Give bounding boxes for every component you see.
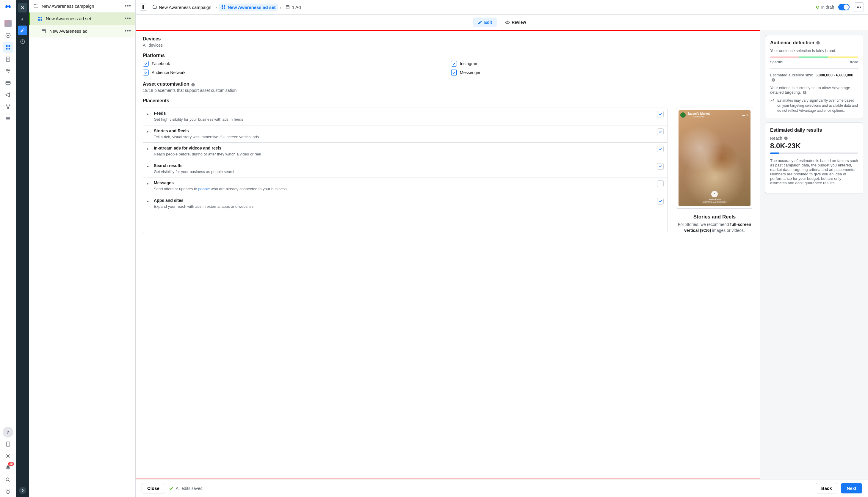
structure-tree: New Awareness campaign ••• New Awareness… <box>29 0 136 497</box>
up-arrow-icon: ^ <box>711 191 718 197</box>
review-mode-button[interactable]: Review <box>500 17 531 27</box>
nav-campaigns-icon[interactable] <box>3 42 13 53</box>
info-icon[interactable]: i <box>771 78 775 82</box>
info-icon[interactable]: i <box>802 90 807 95</box>
check-icon <box>169 486 174 491</box>
next-button[interactable]: Next <box>841 483 862 494</box>
placement-toggle[interactable] <box>657 146 664 152</box>
nav-notifications-icon[interactable]: 10 <box>3 463 13 473</box>
placement-stories[interactable]: ▸ Stories and Reels Tell a rich, visual … <box>143 125 667 143</box>
notif-badge: 10 <box>8 462 14 466</box>
svg-rect-3 <box>6 48 8 49</box>
campaign-toggle[interactable] <box>838 4 850 10</box>
placement-instream[interactable]: ▸ In-stream ads for videos and reels Rea… <box>143 143 667 160</box>
placement-search[interactable]: ▸ Search results Get visibility for your… <box>143 160 667 178</box>
info-icon[interactable]: i <box>191 83 195 87</box>
nav-dashboard-icon[interactable] <box>3 30 13 41</box>
caret-right-icon: ▸ <box>147 181 149 186</box>
account-avatar[interactable] <box>4 20 12 27</box>
grid-icon <box>221 5 226 10</box>
preview-cta: ^ Learn More JASPERS-MARKET.COM <box>678 191 750 203</box>
editor-rail <box>16 0 29 497</box>
breadcrumb-ad[interactable]: 1 Ad <box>283 3 303 11</box>
caret-right-icon: ▸ <box>147 129 149 134</box>
daily-title: Estimated daily results <box>770 128 858 133</box>
edit-tab-icon[interactable] <box>18 26 27 35</box>
svg-text:i: i <box>193 84 193 86</box>
svg-text:i: i <box>804 91 805 94</box>
history-tab-icon[interactable] <box>18 37 27 46</box>
help-button[interactable]: ? <box>3 427 13 438</box>
svg-point-9 <box>8 70 10 71</box>
daily-results-card: Estimated daily results Reach i 8.0K-23K… <box>765 123 863 194</box>
info-icon[interactable]: i <box>816 41 820 45</box>
placement-toggle[interactable] <box>657 111 664 117</box>
nav-settings-icon[interactable] <box>3 451 13 462</box>
nav-advertise-icon[interactable] <box>3 89 13 100</box>
tree-campaign-label: New Awareness campaign <box>42 3 122 9</box>
caret-right-icon: ▸ <box>147 199 149 203</box>
reach-bar <box>770 153 858 154</box>
close-button[interactable]: Close <box>142 483 165 494</box>
placement-toggle[interactable] <box>657 128 664 135</box>
top-bar: New Awareness campaign › New Awareness a… <box>136 0 868 15</box>
placement-feeds[interactable]: ▸ Feeds Get high visibility for your bus… <box>143 108 667 125</box>
platform-instagram[interactable]: Instagram <box>451 61 753 67</box>
tree-row-menu[interactable]: ••• <box>125 3 131 9</box>
nav-bug-icon[interactable] <box>3 486 13 497</box>
info-icon[interactable]: i <box>784 136 788 140</box>
eye-icon <box>505 20 510 25</box>
platforms-heading: Platforms <box>143 53 753 58</box>
svg-point-12 <box>6 105 7 105</box>
nav-events-icon[interactable] <box>3 101 13 112</box>
nav-audiences-icon[interactable] <box>3 66 13 76</box>
breadcrumb-adset[interactable]: New Awareness ad set <box>219 3 278 11</box>
tree-row-menu[interactable]: ••• <box>125 15 131 22</box>
more-menu-button[interactable]: ••• <box>854 2 864 12</box>
placement-toggle[interactable] <box>657 163 664 170</box>
right-sidebar: Audience definition i Your audience sele… <box>760 30 868 479</box>
tree-row-menu[interactable]: ••• <box>125 28 131 34</box>
callout-arrow <box>136 99 137 103</box>
draft-status: In draft <box>816 5 834 10</box>
checkbox-icon <box>451 61 457 67</box>
tree-campaign-row[interactable]: New Awareness campaign ••• <box>29 0 135 13</box>
audience-title: Audience definition <box>770 40 814 45</box>
tree-adset-row[interactable]: New Awareness ad set ••• <box>29 13 135 25</box>
people-link[interactable]: people <box>198 187 210 191</box>
placement-messages[interactable]: ▸ Messages Send offers or updates to peo… <box>143 178 667 195</box>
placement-apps[interactable]: ▸ Apps and sites Expand your reach with … <box>143 195 667 212</box>
tree-ad-row[interactable]: New Awareness ad ••• <box>29 25 135 38</box>
nav-reporting-icon[interactable] <box>3 54 13 65</box>
status-dot-icon <box>816 6 819 9</box>
estimate-note: Estimates may vary significantly over ti… <box>770 98 858 113</box>
caret-right-icon: ▸ <box>147 112 149 116</box>
panel-toggle-button[interactable] <box>140 3 147 11</box>
platform-audience-network[interactable]: Audience Network <box>143 70 445 75</box>
placement-preview: Jasper's Market Sponsored ••• ✕ ^ Learn … <box>676 108 753 233</box>
nav-billing-icon[interactable] <box>3 77 13 88</box>
tree-ad-label: New Awareness ad <box>50 29 122 33</box>
nav-search-icon[interactable] <box>3 474 13 485</box>
platform-facebook[interactable]: Facebook <box>143 61 445 67</box>
svg-text:i: i <box>773 79 774 81</box>
folder-icon <box>33 3 39 9</box>
chart-tab-icon[interactable] <box>18 14 27 24</box>
svg-point-19 <box>7 455 9 457</box>
close-editor-button[interactable] <box>18 3 27 13</box>
expand-rail-button[interactable] <box>19 487 26 494</box>
audience-size: Estimated audience size: 5,800,000 - 6,8… <box>770 73 858 82</box>
placement-toggle[interactable] <box>657 198 664 204</box>
nav-docs-icon[interactable] <box>3 439 13 450</box>
breadcrumb: New Awareness campaign › New Awareness a… <box>150 3 303 11</box>
saved-status: All edits saved <box>169 486 203 491</box>
breadcrumb-campaign[interactable]: New Awareness campaign <box>150 3 213 11</box>
back-button[interactable]: Back <box>816 483 838 494</box>
edit-mode-button[interactable]: Edit <box>473 17 497 27</box>
meta-logo[interactable] <box>4 3 12 13</box>
placement-toggle[interactable] <box>657 181 664 187</box>
svg-rect-2 <box>8 45 10 47</box>
svg-point-8 <box>6 69 8 71</box>
platform-messenger[interactable]: Messenger <box>451 70 753 75</box>
nav-menu-icon[interactable] <box>3 113 13 124</box>
